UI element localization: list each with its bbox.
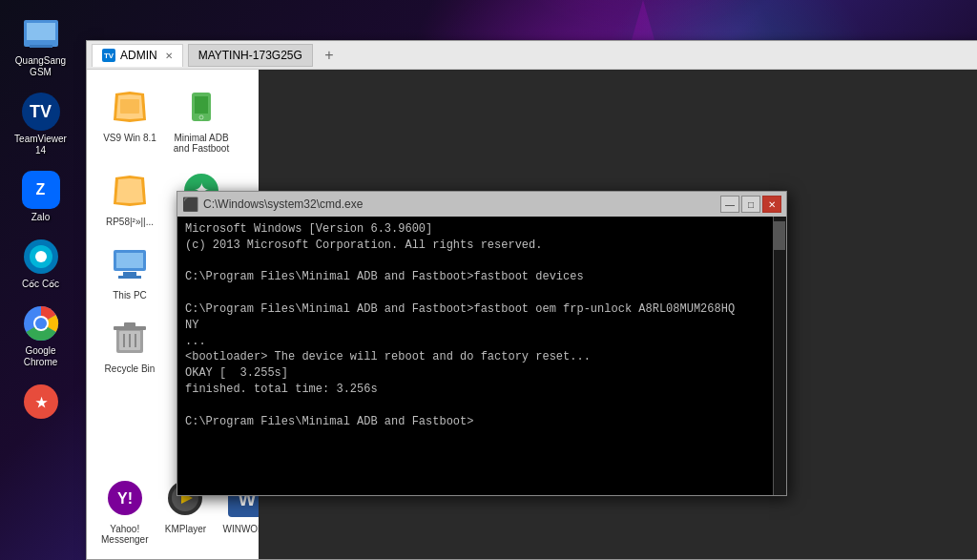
cmd-maximize-button[interactable]: □ [741,196,760,213]
zalo-label: Zalo [31,212,50,223]
cmd-window[interactable]: ⬛ C:\Windows\system32\cmd.exe — □ ✕ Micr… [177,191,787,496]
desktop-icon-bottom-partial[interactable]: ★ [5,378,76,428]
desktop-icon-coccoc[interactable]: Cốc Cốc [5,233,76,295]
bottom-partial-icon: ★ [22,383,60,421]
desktop-icon-quangsang[interactable]: QuangSang GSM [5,10,76,83]
tv-tab-admin-close[interactable]: ✕ [165,51,173,61]
recycle-bin-icon-item[interactable]: Recycle Bin [96,310,163,379]
yahoo-messenger-label: Yahoo! Messenger [101,524,148,545]
cmd-title-icon: ⬛ [182,197,198,212]
teamviewer-label: TeamViewer 14 [10,134,72,156]
tv-add-tab-button[interactable]: + [318,44,341,67]
desktop-icon-zalo[interactable]: Z Zalo [5,166,76,228]
this-pc-icon [107,241,153,287]
zalo-logo: Z [22,171,60,209]
svg-point-18 [199,115,203,119]
svg-rect-34 [124,322,135,327]
tv-tab-maytinh[interactable]: MAYTINH-173G25G [188,44,313,67]
cmd-title-text: C:\Windows\system32\cmd.exe [203,197,363,211]
minimal-adb-label: Minimal ADB and Fastboot [173,133,230,154]
teamviewer-icon: TV [22,93,60,131]
coccoc-icon [22,238,60,276]
rp58-icon [107,168,153,214]
vs9-label: VS9 Win 8.1 [103,133,156,143]
svg-rect-23 [123,272,136,276]
rp58-icon-item[interactable]: RP58|²»||... [96,163,163,232]
svg-rect-4 [30,45,52,48]
tv-tab-admin-label: ADMIN [120,49,157,62]
svg-text:Y!: Y! [117,490,133,507]
teamviewer-logo: TV [22,93,60,131]
desktop-icon-chrome[interactable]: Google Chrome [5,300,76,373]
cmd-minimize-button[interactable]: — [720,196,739,213]
quangsang-icon [22,14,60,52]
zalo-icon: Z [22,171,60,209]
rp58-label: RP58|²»||... [106,217,154,227]
svg-point-7 [35,251,47,262]
tv-tab-admin-icon: TV [102,49,115,62]
tv-tab-maytinh-label: MAYTINH-173G25G [198,49,302,62]
svg-rect-24 [118,276,141,279]
kmplayer-label: KMPlayer [165,524,206,534]
cmd-scrollbar-thumb [774,221,785,250]
chrome-icon [22,304,60,342]
yahoo-messenger-icon-item[interactable]: Y! Yahoo! Messenger [96,470,153,550]
cmd-text-output: Microsoft Windows [Version 6.3.9600] (c)… [185,221,779,429]
tv-titlebar: TV ADMIN ✕ MAYTINH-173G25G + [87,41,977,70]
minimal-adb-icon-item[interactable]: Minimal ADB and Fastboot [168,79,235,158]
this-pc-label: This PC [113,290,147,301]
coccoc-label: Cốc Cốc [22,279,59,290]
recycle-bin-icon [107,315,153,361]
minimal-adb-icon [178,84,224,130]
svg-point-10 [35,318,47,329]
cmd-content: Microsoft Windows [Version 6.3.9600] (c)… [177,217,786,495]
this-pc-icon-item[interactable]: This PC [96,237,163,305]
desktop: QuangSang GSM TV TeamViewer 14 Z Zalo Cố [0,0,977,560]
svg-rect-22 [116,253,143,268]
recycle-bin-label: Recycle Bin [105,363,156,374]
cmd-title-left: ⬛ C:\Windows\system32\cmd.exe [182,197,363,212]
chrome-label: Google Chrome [10,345,72,368]
vs9-icon-item[interactable]: VS9 Win 8.1 [96,79,163,158]
vs9-icon [107,84,153,130]
cmd-scrollbar[interactable] [773,217,786,495]
svg-rect-3 [27,23,55,40]
svg-rect-15 [120,99,139,114]
cmd-controls: — □ ✕ [720,196,781,213]
svg-text:★: ★ [34,395,47,410]
cmd-close-button[interactable]: ✕ [762,196,781,213]
icon-row-1: VS9 Win 8.1 Minimal ADB and Fastboot [96,79,249,158]
quangsang-label: QuangSang GSM [10,55,72,78]
svg-text:TV: TV [104,52,114,60]
svg-rect-17 [195,96,208,114]
tv-tab-admin[interactable]: TV ADMIN ✕ [92,44,183,67]
cmd-titlebar: ⬛ C:\Windows\system32\cmd.exe — □ ✕ [177,192,786,217]
desktop-sidebar: QuangSang GSM TV TeamViewer 14 Z Zalo Cố [0,0,81,560]
desktop-icon-teamviewer[interactable]: TV TeamViewer 14 [5,88,76,161]
yahoo-messenger-icon: Y! [102,475,148,521]
